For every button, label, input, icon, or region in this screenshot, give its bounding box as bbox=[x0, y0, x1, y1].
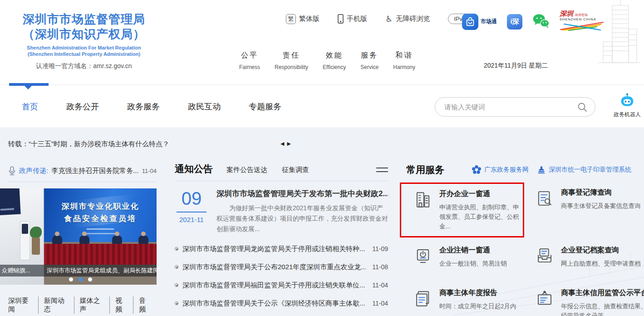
nav-item-special-services[interactable]: 专题服务 bbox=[249, 101, 281, 112]
news-ticker[interactable]: 转载：“十三五”时期，新办涉税市场主体有什么特点？ bbox=[8, 140, 169, 148]
carousel-caption-bar: 众赠锦旗... 深圳市市场监管局党组成员、副局长陈建民 bbox=[0, 265, 157, 276]
featured-body: 深圳市市场监督管理局关于发布第一批中央财政2... 为做好第一批中央财政2021… bbox=[216, 188, 388, 234]
ishenzhen-app-icon[interactable]: i深 bbox=[507, 14, 522, 30]
value-efficiency: 效能Efficiency bbox=[323, 51, 346, 70]
gov-online-text: 政府在线 bbox=[575, 13, 588, 17]
value-fairness: 公平Fairness bbox=[239, 51, 260, 70]
featured-notice[interactable]: 09 2021-11 深圳市市场监督管理局关于发布第一批中央财政2... 为做好… bbox=[175, 188, 388, 234]
service-credit-platform[interactable]: 商事主体信用监管公示平台 年报公示信息、抽查检查结果、经营异常名录等 bbox=[528, 283, 644, 316]
tab-case-announcements[interactable]: 案件公告送达 bbox=[226, 166, 267, 174]
traditional-version-link[interactable]: 繁 繁体版 bbox=[286, 14, 320, 24]
service-open-business[interactable]: 开办企业一窗通 申请营业执照、刻制印章、申领发票、员工参保登记、公积金... bbox=[400, 183, 524, 237]
carousel-caption: 深圳市市场监管局党组成员、副局长陈建民 bbox=[43, 267, 157, 275]
accessibility-link[interactable]: ♿ 无障碍浏览 bbox=[385, 15, 430, 23]
service-deregistration[interactable]: 企业注销一窗通 企业一般注销、简易注销 bbox=[406, 240, 524, 280]
notice-item[interactable]: 深圳市市场监督管理局关于公布2021年度深圳市重点农业龙... 11-08 bbox=[175, 258, 388, 276]
tab-surveys[interactable]: 征集调查 bbox=[282, 166, 309, 174]
quick-links: 繁 繁体版 手机版 ♿ 无障碍浏览 IPv6 bbox=[286, 14, 472, 24]
nav-item-gov-disclosure[interactable]: 政务公开 bbox=[66, 101, 99, 112]
ticker-next-icon[interactable]: ▶ bbox=[287, 141, 290, 147]
service-annual-report[interactable]: 商事主体年度报告 时间：成立周年之日起2月内 bbox=[406, 283, 524, 316]
carousel-dot-1[interactable] bbox=[69, 277, 73, 281]
services-grid: 开办企业一窗通 申请营业执照、刻制印章、申领发票、员工参保登记、公积金... bbox=[406, 183, 644, 316]
site-header: 深圳市市场监督管理局 （深圳市知识产权局） Shenzhen Administr… bbox=[0, 0, 644, 84]
service-registry-search[interactable]: 商事登记簿查询 商事主体登记及备案信息查询 bbox=[528, 183, 644, 237]
shichangtong-label: 市场通 bbox=[481, 18, 497, 25]
microphone-icon bbox=[8, 166, 16, 176]
wheelchair-icon: ♿ bbox=[385, 15, 393, 23]
nav-item-home[interactable]: 首页 bbox=[22, 101, 38, 112]
search-box bbox=[435, 97, 595, 117]
shichangtong-icon bbox=[462, 14, 478, 30]
gov-robot-button[interactable]: 政务机器人 bbox=[613, 93, 642, 118]
featured-month: 2021-11 bbox=[175, 216, 208, 223]
value-service: 服务Service bbox=[360, 51, 379, 70]
ticker-controls: ◀ ▶ bbox=[280, 141, 291, 147]
robot-label: 政务机器人 bbox=[613, 111, 642, 118]
stamp-icon bbox=[537, 165, 546, 174]
photo-carousel[interactable]: 深圳市专业化职业化 食品安全检查员培 众赠锦旗... 深圳市市场监管局党组成员、… bbox=[0, 188, 157, 285]
link-news-updates[interactable]: 新闻动态 bbox=[38, 296, 74, 314]
building-sketch bbox=[595, 0, 641, 68]
report-document-icon bbox=[413, 288, 433, 316]
notice-item[interactable]: 深圳市市场监督管理局福田监管局关于停用或注销失联单位... 11-04 bbox=[175, 276, 388, 294]
table-decoration bbox=[44, 244, 157, 265]
mobile-version-link[interactable]: 手机版 bbox=[338, 14, 367, 24]
wechat-icon[interactable] bbox=[532, 14, 550, 30]
nav-item-interaction[interactable]: 政民互动 bbox=[188, 101, 221, 112]
link-shenzhen-news[interactable]: 深圳要闻 bbox=[8, 296, 38, 314]
e-seal-system-link[interactable]: 深圳市统一电子印章管理系统 bbox=[537, 165, 631, 174]
robot-icon bbox=[619, 93, 635, 109]
services-header: 常用服务 广东政务服务网 深圳市统一电子印章管理系统 bbox=[406, 163, 644, 177]
featured-summary: 为做好第一批中央财政2021年服务业发展资金（知识产权运营服务体系建设）项目的申… bbox=[216, 203, 388, 234]
voice-news-label[interactable]: 政声传递: bbox=[19, 167, 48, 175]
featured-day: 09 bbox=[175, 189, 208, 207]
news-category-links: 深圳要闻 新闻动态 媒体之声 视频 音频 bbox=[8, 296, 157, 314]
bullet-icon bbox=[175, 265, 178, 269]
notices-column: 通知公告 案件公告送达 征集调查 09 2021-11 深圳市市场监督管理局关于… bbox=[175, 163, 388, 312]
more-menu-icon[interactable] bbox=[376, 165, 388, 175]
signboard-icon bbox=[535, 288, 554, 316]
carousel-dot-2[interactable] bbox=[79, 277, 83, 281]
main-content: 转载：“十三五”时期，新办涉税市场主体有什么特点？ ◀ ▶ 政声传递: 李克强主… bbox=[0, 127, 644, 316]
link-video[interactable]: 视频 bbox=[109, 296, 133, 314]
main-navbar: 首页 政务公开 政务服务 政民互动 专题服务 政务机器人 bbox=[0, 84, 644, 127]
carousel-prev-caption: 众赠锦旗... bbox=[0, 267, 43, 275]
bullet-icon bbox=[175, 301, 178, 305]
nav-item-gov-services[interactable]: 政务服务 bbox=[127, 101, 160, 112]
shichangtong-app-badge[interactable]: 市场通 bbox=[462, 14, 497, 30]
carousel-dot-3[interactable] bbox=[88, 277, 92, 281]
service-archive-search[interactable]: 企业登记档案查询 网上自助查档、受理申请查档 bbox=[528, 240, 644, 280]
guangdong-gov-service-link[interactable]: 广东政务服务网 bbox=[472, 165, 529, 175]
voice-news-date: 11-04 bbox=[142, 168, 157, 174]
app-badges: 市场通 i深 深圳 政府在线 bbox=[462, 10, 609, 33]
phone-icon bbox=[338, 14, 344, 24]
news-column: 政声传递: 李克强主持召开国务院常务... 11-04 深圳市专业化职业化 食品… bbox=[0, 163, 157, 314]
featured-title[interactable]: 深圳市市场监督管理局关于发布第一批中央财政2... bbox=[216, 188, 388, 199]
notice-item[interactable]: 深圳市市场监督管理局关于公示《深圳经济特区商事主体歇... 11-04 bbox=[175, 294, 388, 312]
shenzhen-script-text: 深圳 bbox=[560, 10, 573, 17]
ticker-prev-icon[interactable]: ◀ bbox=[280, 141, 284, 147]
voice-news-row: 政声传递: 李克强主持召开国务院常务... 11-04 bbox=[8, 163, 157, 179]
voice-news-title[interactable]: 李克强主持召开国务院常务... bbox=[51, 167, 139, 175]
notices-header: 通知公告 案件公告送达 征集调查 bbox=[175, 163, 388, 177]
traditional-icon: 繁 bbox=[286, 14, 296, 24]
bullet-icon bbox=[175, 247, 178, 251]
banner-text-line2: 食品安全检查员培 bbox=[44, 213, 157, 224]
carousel-dots bbox=[69, 277, 92, 281]
page: 深圳市市场监督管理局 （深圳市知识产权局） Shenzhen Administr… bbox=[0, 0, 644, 316]
value-harmony: 和谐Harmony bbox=[393, 51, 415, 70]
notice-item[interactable]: 深圳市市场监督管理局龙岗监管局关于停用或注销相关特种... 11-09 bbox=[175, 240, 388, 258]
kapok-flower-icon bbox=[472, 165, 482, 175]
banner-text-line1: 深圳市专业化职业化 bbox=[44, 201, 157, 212]
divider bbox=[8, 182, 157, 182]
document-search-icon bbox=[535, 188, 554, 233]
site-logo[interactable]: 深圳市市场监督管理局 （深圳市知识产权局） Shenzhen Administr… bbox=[11, 12, 157, 70]
search-input[interactable] bbox=[444, 103, 577, 111]
link-audio[interactable]: 音频 bbox=[133, 296, 157, 314]
link-media-voice[interactable]: 媒体之声 bbox=[74, 296, 110, 314]
search-icon[interactable] bbox=[577, 102, 588, 113]
notices-title[interactable]: 通知公告 bbox=[175, 163, 213, 175]
services-column: 常用服务 广东政务服务网 深圳市统一电子印章管理系统 bbox=[406, 163, 644, 316]
bullet-icon bbox=[175, 283, 178, 287]
